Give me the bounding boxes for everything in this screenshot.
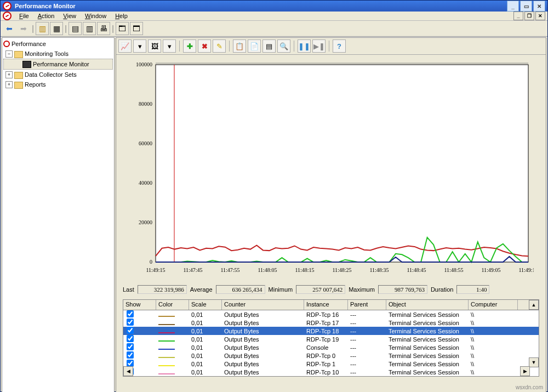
forward-button[interactable]: ➡ (17, 22, 30, 35)
cell-scale: 0,01 (189, 328, 222, 334)
show-checkbox[interactable] (127, 351, 134, 359)
table-row[interactable]: 0,01Output BytesRDP-Tcp 18---Terminal Se… (123, 327, 539, 335)
cell-parent: --- (348, 344, 386, 351)
close-button[interactable]: ✕ (533, 1, 545, 12)
navigation-tree[interactable]: Performance − Monitoring Tools Performan… (2, 37, 115, 392)
expand-icon[interactable]: + (5, 81, 13, 88)
view-histogram-button[interactable]: 🖼 (148, 39, 161, 53)
show-checkbox[interactable] (127, 335, 134, 342)
add-counter-button[interactable]: ✚ (183, 39, 196, 53)
highlight-button[interactable]: ✎ (213, 39, 226, 53)
color-swatch (158, 365, 175, 366)
view-dropdown[interactable]: ▾ (163, 39, 176, 53)
tree-monitoring-tools[interactable]: − Monitoring Tools (3, 49, 113, 59)
show-checkbox[interactable] (127, 343, 134, 350)
maximize-button[interactable]: ▭ (520, 1, 532, 12)
cell-scale: 0,01 (189, 336, 222, 343)
cell-computer: \\ (469, 320, 518, 326)
col-object[interactable]: Object (386, 300, 469, 310)
tree-data-collector-sets[interactable]: + Data Collector Sets (3, 70, 113, 79)
tree-root[interactable]: Performance (3, 39, 113, 49)
zoom-button[interactable]: 🔍 (277, 39, 290, 53)
cell-instance: RDP-Tcp 19 (304, 336, 348, 343)
view-current-button[interactable]: 📈 (118, 39, 132, 53)
menu-window[interactable]: Window (81, 12, 111, 20)
freeze-button[interactable]: ❚❚ (298, 39, 311, 53)
cell-counter: Output Bytes (222, 369, 304, 376)
print-button[interactable]: 🖶 (97, 22, 110, 35)
svg-rect-0 (156, 65, 528, 262)
new-window-button[interactable]: 🗖 (130, 22, 143, 35)
back-button[interactable]: ⬅ (3, 22, 16, 35)
menu-action[interactable]: Action (33, 12, 59, 20)
scroll-right-button[interactable]: ▶ (520, 366, 530, 376)
table-row[interactable]: 0,01Output BytesRDP-Tcp 17---Terminal Se… (123, 319, 539, 327)
color-swatch (158, 373, 175, 374)
minimize-button[interactable]: _ (507, 1, 519, 12)
help-button[interactable]: ? (333, 39, 346, 53)
stat-avg-value: 636 265,434 (216, 285, 265, 294)
show-checkbox[interactable] (127, 327, 134, 334)
counter-list[interactable]: Show Color Scale Counter Instance Parent… (123, 299, 539, 377)
child-minimize-button[interactable]: _ (513, 12, 523, 20)
child-restore-button[interactable]: ❐ (524, 12, 534, 20)
table-row[interactable]: 0,01Output BytesRDP-Tcp 19---Terminal Se… (123, 335, 539, 343)
scroll-up-button[interactable]: ▲ (529, 300, 539, 310)
table-row[interactable]: 0,01Output BytesRDP-Tcp 0---Terminal Ser… (123, 351, 539, 360)
view-button-1[interactable]: ▤ (68, 22, 82, 35)
performance-chart[interactable]: 02000040000600008000010000011:49:1511:47… (123, 59, 534, 279)
chart-area[interactable]: 02000040000600008000010000011:49:1511:47… (116, 55, 546, 282)
properties-button[interactable]: ▦ (50, 22, 63, 35)
table-row[interactable]: 0,01Output BytesRDP-Tcp 10---Terminal Se… (123, 368, 539, 376)
col-parent[interactable]: Parent (348, 300, 386, 310)
cell-parent: --- (348, 311, 386, 318)
titlebar[interactable]: Performance Monitor _ ▭ ✕ (1, 1, 547, 12)
paste-button[interactable]: 📄 (248, 39, 261, 53)
show-hide-tree-button[interactable]: ▥ (36, 22, 49, 35)
color-swatch (158, 357, 175, 358)
cell-object: Terminal Services Session (386, 353, 469, 359)
menu-view[interactable]: View (59, 12, 81, 20)
col-color[interactable]: Color (156, 300, 189, 310)
copy-button[interactable]: 📋 (233, 39, 246, 53)
show-checkbox[interactable] (127, 319, 134, 326)
svg-text:60000: 60000 (139, 140, 152, 146)
table-row[interactable]: 0,01Output BytesConsole---Terminal Servi… (123, 343, 539, 351)
svg-text:100000: 100000 (136, 61, 152, 67)
child-close-button[interactable]: ✕ (535, 12, 545, 20)
col-counter[interactable]: Counter (222, 300, 304, 310)
svg-text:11:48:55: 11:48:55 (444, 267, 463, 273)
cell-counter: Output Bytes (222, 344, 304, 351)
col-show[interactable]: Show (123, 300, 156, 310)
table-row[interactable]: 0,01Output BytesRDP-Tcp 1---Terminal Ser… (123, 360, 539, 368)
list-header[interactable]: Show Color Scale Counter Instance Parent… (123, 300, 539, 310)
menu-help[interactable]: Help (111, 12, 132, 20)
stat-max-value: 987 769,763 (378, 285, 427, 294)
scroll-left-button[interactable]: ◀ (123, 366, 133, 376)
stat-last-value: 322 319,986 (138, 285, 187, 294)
cell-object: Terminal Services Session (386, 320, 469, 326)
table-row[interactable]: 0,01Output BytesRDP-Tcp 16---Terminal Se… (123, 310, 539, 319)
collapse-icon[interactable]: − (5, 50, 13, 58)
cell-computer: \\ (469, 353, 518, 359)
list-rows[interactable]: 0,01Output BytesRDP-Tcp 16---Terminal Se… (123, 310, 539, 376)
tree-reports[interactable]: + Reports (3, 79, 113, 89)
col-instance[interactable]: Instance (304, 300, 348, 310)
footer-watermark: wsxdn.com (516, 384, 543, 390)
view-log-dropdown[interactable]: ▾ (133, 39, 146, 53)
refresh-button[interactable]: 🗔 (116, 22, 129, 35)
col-scale[interactable]: Scale (189, 300, 222, 310)
delete-counter-button[interactable]: ✖ (198, 39, 211, 53)
tree-performance-monitor[interactable]: Performance Monitor (3, 59, 113, 70)
show-checkbox[interactable] (127, 310, 134, 317)
expand-icon[interactable]: + (5, 71, 13, 78)
menu-file[interactable]: File (15, 12, 33, 20)
scroll-down-button[interactable]: ▼ (529, 357, 539, 367)
col-computer[interactable]: Computer (469, 300, 518, 310)
cell-scale: 0,01 (189, 369, 222, 376)
svg-text:11:47:55: 11:47:55 (220, 267, 239, 273)
view-button-2[interactable]: ▥ (83, 22, 96, 35)
update-button[interactable]: ▶❚ (312, 39, 326, 53)
cell-scale: 0,01 (189, 344, 222, 351)
properties-button[interactable]: ▤ (262, 39, 276, 53)
